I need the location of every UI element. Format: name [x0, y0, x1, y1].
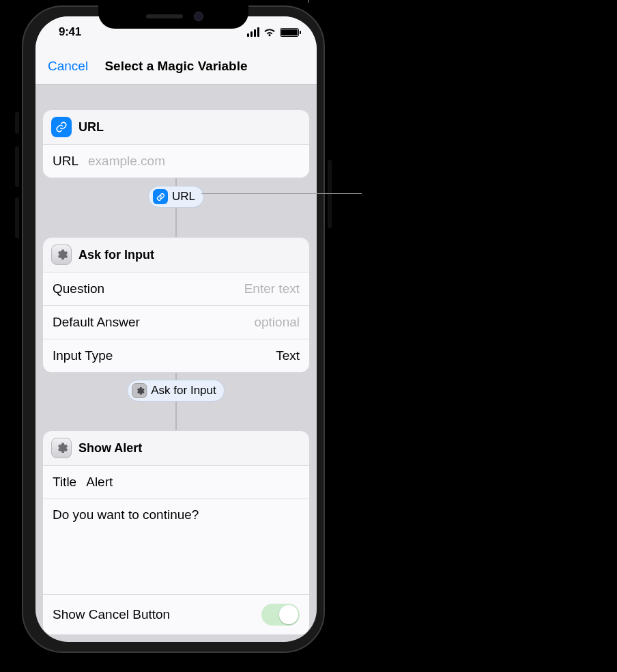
field-label: Question — [53, 281, 104, 296]
field-label: Input Type — [53, 348, 113, 363]
alert-title-input[interactable]: Alert — [86, 475, 300, 490]
callout-line — [201, 193, 362, 194]
gear-icon — [51, 438, 72, 458]
gear-icon — [51, 244, 72, 265]
field-label: Default Answer — [53, 315, 140, 330]
show-cancel-row: Show Cancel Button — [43, 594, 309, 634]
action-card-url[interactable]: URL URL example.com — [42, 109, 310, 178]
alert-body-input[interactable]: Do you want to continue? — [43, 499, 309, 594]
pill-label: URL — [172, 190, 195, 204]
workflow-canvas: URL URL example.com URL — [35, 85, 317, 635]
input-type-row[interactable]: Input Type Text — [43, 339, 309, 372]
status-time: 9:41 — [59, 25, 81, 39]
url-field-row[interactable]: URL example.com — [43, 144, 309, 178]
field-label: URL — [53, 154, 78, 169]
default-answer-input[interactable]: optional — [149, 315, 300, 330]
show-cancel-toggle[interactable] — [261, 604, 300, 626]
screen: 9:41 Cancel Select a Magic Variable — [35, 16, 317, 642]
input-type-value: Text — [122, 348, 300, 363]
field-label: Show Cancel Button — [53, 607, 170, 622]
link-icon — [51, 117, 72, 137]
battery-icon — [280, 28, 299, 37]
action-title: Show Alert — [78, 441, 142, 456]
question-row[interactable]: Question Enter text — [43, 272, 309, 305]
url-input[interactable]: example.com — [88, 154, 300, 169]
action-card-alert[interactable]: Show Alert Title Alert Do you want to co… — [42, 430, 310, 635]
action-card-ask[interactable]: Ask for Input Question Enter text Defaul… — [42, 237, 310, 373]
phone-frame: 9:41 Cancel Select a Magic Variable — [19, 3, 328, 656]
gear-icon — [132, 383, 147, 398]
pill-label: Ask for Input — [151, 384, 216, 397]
nav-bar: Cancel Select a Magic Variable — [35, 48, 317, 85]
wifi-icon — [263, 28, 276, 37]
notch — [98, 3, 248, 29]
default-answer-row[interactable]: Default Answer optional — [43, 305, 309, 339]
cancel-button[interactable]: Cancel — [35, 59, 88, 74]
action-title: URL — [78, 120, 104, 135]
question-input[interactable]: Enter text — [114, 281, 300, 296]
magic-variable-url[interactable]: URL — [148, 186, 204, 208]
action-title: Ask for Input — [78, 248, 154, 262]
cellular-icon — [247, 27, 259, 37]
field-label: Title — [53, 475, 76, 490]
link-icon — [153, 189, 168, 204]
alert-title-row[interactable]: Title Alert — [43, 465, 309, 499]
magic-variable-ask[interactable]: Ask for Input — [127, 380, 225, 402]
